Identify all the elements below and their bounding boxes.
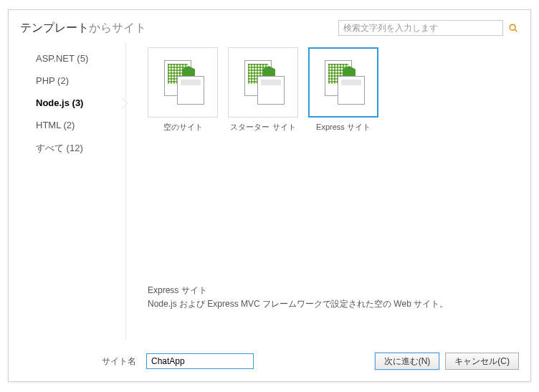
next-button[interactable]: 次に進む(N) — [375, 353, 440, 370]
template-dialog: テンプレートからサイト ASP.NET (5) PHP (2) Node.js … — [8, 9, 531, 382]
template-thumb — [228, 47, 298, 118]
dialog-footer: サイト名 次に進む(N) キャンセル(C) — [9, 345, 530, 381]
template-label: スターター サイト — [228, 122, 298, 133]
template-label: 空のサイト — [148, 122, 218, 133]
site-name-label: サイト名 — [20, 355, 146, 368]
site-icon — [322, 59, 365, 106]
search-input[interactable] — [338, 20, 503, 36]
category-sidebar: ASP.NET (5) PHP (2) Node.js (3) HTML (2)… — [20, 43, 126, 340]
title-light: からサイト — [89, 21, 146, 34]
template-label: Express サイト — [308, 122, 378, 133]
template-empty-site[interactable]: 空のサイト — [148, 47, 218, 133]
sidebar-item-php[interactable]: PHP (2) — [20, 70, 125, 92]
template-description: Express サイト Node.js および Express MVC フレーム… — [148, 284, 519, 311]
search-icon[interactable] — [507, 22, 519, 34]
search-wrap — [338, 20, 519, 36]
sidebar-item-nodejs[interactable]: Node.js (3) — [20, 92, 125, 114]
template-express-site[interactable]: Express サイト — [308, 47, 378, 133]
footer-buttons: 次に進む(N) キャンセル(C) — [375, 353, 519, 370]
site-icon — [242, 59, 285, 106]
dialog-header: テンプレートからサイト — [9, 10, 530, 43]
title-bold: テンプレート — [20, 21, 89, 34]
template-grid: 空のサイト スターター サイト — [148, 47, 519, 133]
template-thumb — [308, 47, 378, 118]
content-area: 空のサイト スターター サイト — [126, 43, 519, 340]
dialog-title: テンプレートからサイト — [20, 21, 146, 36]
dialog-body: ASP.NET (5) PHP (2) Node.js (3) HTML (2)… — [9, 43, 530, 345]
svg-line-1 — [515, 29, 517, 32]
cancel-button[interactable]: キャンセル(C) — [445, 353, 519, 370]
sidebar-item-html[interactable]: HTML (2) — [20, 114, 125, 136]
description-body: Node.js および Express MVC フレームワークで設定された空の … — [148, 297, 519, 311]
svg-point-0 — [510, 24, 515, 30]
template-thumb — [148, 47, 218, 118]
sidebar-item-aspnet[interactable]: ASP.NET (5) — [20, 47, 125, 70]
site-name-input[interactable] — [146, 353, 254, 369]
site-icon — [161, 59, 204, 106]
description-heading: Express サイト — [148, 284, 519, 297]
sidebar-item-all[interactable]: すべて (12) — [20, 136, 125, 161]
template-starter-site[interactable]: スターター サイト — [228, 47, 298, 133]
